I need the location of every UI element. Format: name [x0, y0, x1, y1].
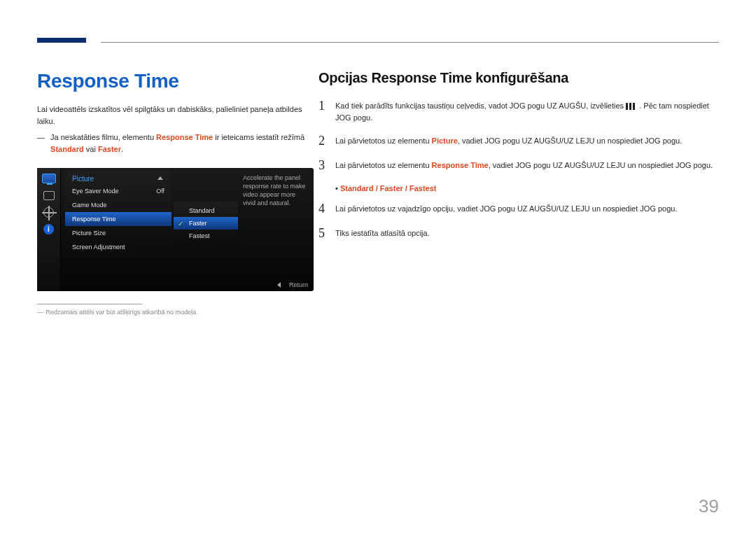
osd-item-picture-size: Picture Size — [65, 226, 172, 240]
chevron-left-icon — [277, 282, 281, 288]
footnote-rule — [37, 304, 142, 304]
osd-item-screen-adjustment: Screen Adjustment — [65, 240, 172, 254]
osd-item-label: Picture Size — [72, 230, 106, 237]
osd-item-label: Game Mode — [72, 202, 107, 209]
osd-item-value: Off — [156, 188, 164, 195]
step2-item: Picture — [432, 136, 458, 145]
step-3: 3 Lai pārvietotos uz elementu Response T… — [318, 158, 718, 173]
osd-item-response-time: Response Time — [65, 212, 172, 226]
step-4: 4 Lai pārvietotos uz vajadzīgo opciju, v… — [318, 202, 718, 216]
note-or: vai — [84, 145, 98, 153]
osd-return-label: Return — [289, 281, 308, 288]
note-std: Standard — [50, 145, 84, 153]
step-number: 2 — [318, 134, 335, 148]
menu-bars-icon — [626, 103, 637, 110]
footnote-text: Redzamais attēls var būt atšķirīgs atkar… — [46, 309, 198, 316]
osd-submenu: Standard ✓ Faster Fastest — [174, 202, 238, 245]
osd-item-label: Response Time — [72, 216, 116, 223]
step-2: 2 Lai pārvietotos uz elementu Picture, v… — [318, 134, 718, 148]
step-number: 5 — [318, 226, 335, 241]
page-title: Response Time — [37, 70, 317, 92]
footnote-dash: ― — [37, 309, 44, 316]
osd-sub-faster: ✓ Faster — [174, 217, 238, 230]
bullet-icon — [335, 184, 340, 192]
note-dash: ― — [37, 132, 48, 143]
step-text: Tiks iestatīta atlasītā opcija. — [335, 226, 718, 239]
osd-item-label: Eye Saver Mode — [72, 188, 119, 195]
step3-b: , vadiet JOG pogu UZ AUGŠU/UZ LEJU un no… — [489, 161, 713, 169]
osd-sub-label: Faster — [189, 220, 207, 227]
note-faster: Faster — [98, 145, 121, 153]
note-body: Ja neskatāties filmu, elementu Response … — [50, 132, 309, 155]
step-number: 4 — [318, 202, 335, 216]
osd-screenshot: i Picture Eye Saver Mode Off Game Mode R… — [37, 168, 314, 291]
osd-item-eye-saver: Eye Saver Mode Off — [65, 184, 172, 198]
step1-a: Kad tiek parādīts funkcijas taustiņu ceļ… — [335, 101, 626, 110]
bullet-a: Standard — [340, 184, 374, 192]
osd-sub-label: Fastest — [189, 232, 210, 239]
osd-sub-label: Standard — [189, 207, 215, 214]
bullet-sep2: / — [403, 184, 410, 192]
intro-text: Lai videoattēls izskatītos vēl spilgtāks… — [37, 104, 317, 127]
page-number: 39 — [699, 496, 719, 517]
osd-sub-standard: Standard — [174, 204, 238, 217]
monitor-icon — [42, 172, 56, 185]
osd-item-label: Screen Adjustment — [72, 244, 125, 251]
step-text: Lai pārvietotos uz vajadzīgo opciju, vad… — [335, 202, 718, 215]
note-line: ― Ja neskatāties filmu, elementu Respons… — [37, 132, 317, 155]
osd-footer: Return — [277, 281, 308, 288]
bullet-options: Standard / Faster / Fastest — [335, 183, 718, 195]
step-text: Kad tiek parādīts funkcijas taustiņu ceļ… — [335, 99, 718, 124]
bullet-c: Fastest — [410, 184, 437, 192]
info-icon: i — [42, 223, 56, 235]
step-1: 1 Kad tiek parādīts funkcijas taustiņu c… — [318, 99, 718, 124]
note-item: Response Time — [156, 133, 213, 141]
osd-sidebar: i — [37, 168, 61, 291]
osd-sub-fastest: Fastest — [174, 230, 238, 242]
bullet-sep1: / — [374, 184, 380, 192]
osd-list: Picture Eye Saver Mode Off Game Mode Res… — [65, 171, 172, 258]
steps-list: 1 Kad tiek parādīts funkcijas taustiņu c… — [318, 99, 718, 241]
right-column: Opcijas Response Time konfigurēšana 1 Ka… — [318, 70, 718, 251]
frame-icon — [42, 189, 56, 202]
gear-icon — [42, 206, 56, 218]
left-column: Response Time Lai videoattēls izskatītos… — [37, 70, 317, 316]
note-end: . — [121, 145, 123, 153]
osd-list-title: Picture — [65, 171, 172, 184]
step3-item: Response Time — [432, 161, 489, 169]
osd-list-title-text: Picture — [72, 175, 94, 183]
header-rule — [101, 42, 719, 43]
osd-description: Accelerate the panel response rate to ma… — [243, 174, 309, 207]
step-5: 5 Tiks iestatīta atlasītā opcija. — [318, 226, 718, 241]
step-text: Lai pārvietotos uz elementu Picture, vad… — [335, 134, 718, 147]
step3-a: Lai pārvietotos uz elementu — [335, 161, 432, 169]
note-middle: ir ieteicams iestatīt režīmā — [213, 133, 304, 141]
step-number: 3 — [318, 158, 335, 173]
step-number: 1 — [318, 99, 335, 113]
step-text: Lai pārvietotos uz elementu Response Tim… — [335, 158, 718, 171]
step2-a: Lai pārvietotos uz elementu — [335, 136, 432, 145]
header-accent — [37, 38, 86, 43]
osd-item-game-mode: Game Mode — [65, 198, 172, 212]
check-icon: ✓ — [178, 220, 183, 227]
chevron-up-icon — [158, 176, 163, 180]
section-heading: Opcijas Response Time konfigurēšana — [318, 70, 718, 86]
bullet-b: Faster — [380, 184, 403, 192]
footnote: ― Redzamais attēls var būt atšķirīgs atk… — [37, 309, 317, 316]
step2-b: , vadiet JOG pogu UZ AUGŠU/UZ LEJU un no… — [458, 136, 682, 145]
note-prefix: Ja neskatāties filmu, elementu — [50, 133, 156, 141]
